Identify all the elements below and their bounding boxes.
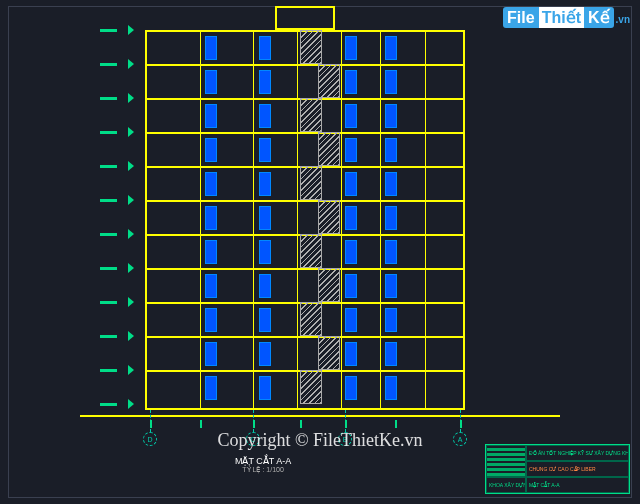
- floor-slab-line: [145, 336, 465, 338]
- column-line: [380, 30, 381, 410]
- stair-flight: [318, 336, 340, 370]
- door-panel: [259, 376, 271, 400]
- door-panel: [345, 342, 357, 366]
- door-panel: [259, 342, 271, 366]
- column-line: [425, 30, 426, 410]
- drawing-title: MẶT CẮT A-A TỶ LỆ : 1/100: [235, 456, 291, 474]
- logo-part-file: File: [503, 7, 539, 28]
- door-panel: [345, 172, 357, 196]
- grid-bubble: A: [453, 432, 467, 446]
- roof-equipment: [275, 6, 335, 30]
- elevation-marker: [100, 199, 128, 202]
- dimension-tick: [253, 420, 255, 428]
- elevation-marker: [100, 335, 128, 338]
- building-section: [145, 30, 465, 410]
- filethietke-watermark: FileThiếtKế.vn: [503, 8, 630, 27]
- title-sheet: MẶT CẮT A-A: [526, 477, 629, 493]
- door-panel: [205, 342, 217, 366]
- door-panel: [259, 206, 271, 230]
- dimension-tick: [395, 420, 397, 428]
- door-panel: [259, 104, 271, 128]
- grid-bubble: C: [246, 432, 260, 446]
- door-panel: [385, 342, 397, 366]
- door-panel: [385, 36, 397, 60]
- door-panel: [259, 138, 271, 162]
- door-panel: [205, 104, 217, 128]
- door-panel: [205, 172, 217, 196]
- logo-part-ke: Kế: [584, 7, 614, 28]
- door-panel: [205, 308, 217, 332]
- logo-part-vn: .vn: [616, 14, 630, 25]
- door-panel: [345, 376, 357, 400]
- stair-flight: [318, 200, 340, 234]
- door-panel: [345, 240, 357, 264]
- drawing-scale: TỶ LỆ : 1/100: [235, 466, 291, 474]
- grid-bubble: B: [338, 432, 352, 446]
- door-panel: [385, 138, 397, 162]
- door-panel: [385, 172, 397, 196]
- grid-bubble: D: [143, 432, 157, 446]
- dimension-tick: [345, 420, 347, 428]
- door-panel: [205, 376, 217, 400]
- door-panel: [345, 138, 357, 162]
- door-panel: [385, 376, 397, 400]
- stair-flight: [300, 30, 322, 64]
- door-panel: [345, 274, 357, 298]
- floor-slab-line: [145, 200, 465, 202]
- title-block-panel: ĐỒ ÁN TỐT NGHIỆP KỸ SƯ XÂY DỰNG KHÓA CHU…: [485, 444, 630, 494]
- door-panel: [205, 274, 217, 298]
- door-panel: [385, 274, 397, 298]
- door-panel: [385, 104, 397, 128]
- elevation-marker: [100, 369, 128, 372]
- door-panel: [345, 308, 357, 332]
- dimension-tick: [200, 420, 202, 428]
- door-panel: [205, 138, 217, 162]
- floor-slab-line: [145, 64, 465, 66]
- elevation-marker: [100, 29, 128, 32]
- stair-flight: [300, 370, 322, 404]
- elevation-marker: [100, 131, 128, 134]
- elevation-marker: [100, 403, 128, 406]
- dimension-tick: [150, 420, 152, 428]
- stair-flight: [300, 302, 322, 336]
- drawing-title-text: MẶT CẮT A-A: [235, 456, 291, 466]
- door-panel: [205, 36, 217, 60]
- column-line: [341, 30, 342, 410]
- door-panel: [345, 36, 357, 60]
- door-panel: [259, 70, 271, 94]
- dimension-tick: [460, 420, 462, 428]
- stair-flight: [318, 64, 340, 98]
- ground-line: [80, 415, 560, 417]
- title-logo: [486, 445, 526, 477]
- elevation-marker: [100, 165, 128, 168]
- door-panel: [345, 206, 357, 230]
- door-panel: [259, 36, 271, 60]
- stair-flight: [300, 166, 322, 200]
- floor-slab-line: [145, 268, 465, 270]
- column-line: [253, 30, 254, 410]
- elevation-marker: [100, 233, 128, 236]
- door-panel: [385, 240, 397, 264]
- stair-flight: [318, 132, 340, 166]
- elevation-marker: [100, 267, 128, 270]
- dimension-tick: [300, 420, 302, 428]
- logo-part-thiet: Thiết: [539, 7, 584, 28]
- title-dept: KHOA XÂY DỰNG: [486, 477, 526, 493]
- elevation-marker: [100, 97, 128, 100]
- door-panel: [385, 308, 397, 332]
- elevation-marker: [100, 63, 128, 66]
- door-panel: [345, 104, 357, 128]
- column-line: [200, 30, 201, 410]
- stair-flight: [318, 268, 340, 302]
- door-panel: [345, 70, 357, 94]
- door-panel: [259, 274, 271, 298]
- title-building: CHUNG CƯ CAO CẤP LIBER: [526, 461, 629, 477]
- door-panel: [259, 172, 271, 196]
- building-outline: [145, 30, 465, 410]
- cad-viewport[interactable]: DCBA MẶT CẮT A-A TỶ LỆ : 1/100 ĐỒ ÁN TỐT…: [0, 0, 640, 504]
- stair-flight: [300, 98, 322, 132]
- title-project: ĐỒ ÁN TỐT NGHIỆP KỸ SƯ XÂY DỰNG KHÓA: [526, 445, 629, 461]
- stair-flight: [300, 234, 322, 268]
- door-panel: [385, 70, 397, 94]
- door-panel: [259, 308, 271, 332]
